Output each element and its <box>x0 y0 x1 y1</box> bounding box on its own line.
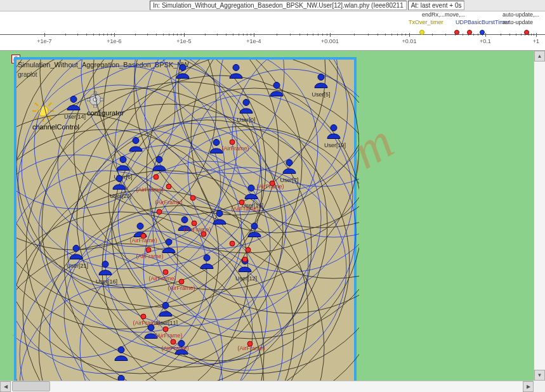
event-dot <box>171 339 176 345</box>
user-node[interactable] <box>197 254 216 272</box>
svg-point-84 <box>180 65 186 71</box>
event-dot <box>190 195 196 201</box>
configurator-module[interactable]: configurator <box>87 91 124 117</box>
user-node[interactable] <box>267 81 286 100</box>
minor-tick <box>521 34 522 36</box>
event-marker[interactable] <box>524 30 529 35</box>
airframe-label: (AirFrame) <box>130 237 157 244</box>
user-node[interactable] <box>150 155 169 174</box>
user-node[interactable]: User[19] <box>324 124 343 148</box>
airframe-label: (AirFrame) <box>257 183 284 190</box>
simulation-canvas[interactable]: 凸 Ns-3-Simulation.com Simulation_Without… <box>0 51 545 381</box>
node-label: User[19] <box>324 142 343 148</box>
minor-tick <box>135 34 136 36</box>
minor-tick <box>405 34 406 36</box>
airframe-label: (AirFrame) <box>155 332 183 339</box>
event-label: UDPBasicBurstTimer <box>456 19 509 25</box>
minor-tick <box>327 34 327 36</box>
svg-point-85 <box>233 65 239 71</box>
user-node[interactable]: User[16] <box>96 260 115 285</box>
svg-point-68 <box>16 190 294 381</box>
user-node[interactable] <box>126 136 145 155</box>
event-marker[interactable] <box>467 30 472 35</box>
minor-tick <box>277 34 277 36</box>
minor-tick <box>385 34 386 36</box>
minor-tick <box>173 34 174 36</box>
svg-point-83 <box>118 376 124 381</box>
svg-point-98 <box>118 347 124 353</box>
event-dot <box>239 200 245 206</box>
user-node[interactable]: User[14] <box>64 95 83 120</box>
user-node[interactable] <box>173 63 192 82</box>
event-label: auto-update,... <box>502 11 539 18</box>
event-dot <box>163 327 169 332</box>
minor-tick <box>77 34 78 36</box>
svg-point-77 <box>116 176 122 182</box>
svg-line-6 <box>48 116 51 119</box>
minor-tick <box>463 34 463 36</box>
scroll-left-button[interactable]: ◀ <box>0 381 11 392</box>
user-node[interactable] <box>210 209 229 228</box>
svg-point-87 <box>133 138 139 144</box>
minor-tick <box>290 34 291 36</box>
sun-icon <box>32 100 54 122</box>
minor-tick <box>473 34 474 36</box>
user-node[interactable]: User[0] <box>237 98 256 123</box>
airframe-label: (AirFrame) <box>238 345 265 351</box>
minor-tick <box>205 34 206 36</box>
tick-label: +1e-6 <box>107 38 121 44</box>
svg-point-0 <box>38 106 48 116</box>
svg-point-88 <box>213 140 220 146</box>
user-node[interactable] <box>112 346 131 364</box>
tick-label: +1 <box>533 38 539 44</box>
tick <box>44 33 45 37</box>
svg-line-8 <box>35 116 38 119</box>
event-marker[interactable] <box>419 30 424 35</box>
network-terrain[interactable]: Simulation_Without_Aggregation_Basedon_B… <box>14 57 357 381</box>
event-label: endRx,...move,... <box>422 11 465 18</box>
tick-label: +0.01 <box>402 38 417 44</box>
user-node[interactable] <box>245 222 264 240</box>
scrollbar-thumb[interactable] <box>12 381 50 391</box>
event-dot <box>141 314 147 320</box>
svg-point-86 <box>273 82 280 89</box>
airframe-label: (AirFrame) <box>162 345 189 351</box>
status-at: At: last event + 0s <box>408 1 465 10</box>
minor-tick <box>534 34 534 36</box>
minor-tick <box>318 34 318 36</box>
timeline-ruler[interactable]: +1e-7+1e-6+1e-5+1e-4+0.001+0.01+0.1+1 <box>0 29 545 51</box>
scroll-up-button[interactable]: ▲ <box>534 51 545 62</box>
svg-point-74 <box>331 125 337 131</box>
user-node[interactable]: User[24] <box>112 374 131 381</box>
vertical-scrollbar[interactable]: ▲ ▼ <box>534 51 545 381</box>
timeline-axis <box>0 34 545 35</box>
svg-point-20 <box>188 69 359 272</box>
user-node[interactable]: User[7] <box>280 159 299 183</box>
tick <box>536 33 537 37</box>
scroll-right-button[interactable]: ▶ <box>523 381 534 392</box>
node-label: User[23] <box>110 193 129 199</box>
event-marker[interactable] <box>480 30 485 35</box>
user-node[interactable]: User[21] <box>67 244 86 269</box>
scrollbar-track[interactable] <box>11 381 523 392</box>
user-node[interactable]: User[5] <box>312 73 331 98</box>
user-node[interactable]: User[23] <box>110 174 129 199</box>
svg-rect-14 <box>100 98 103 101</box>
svg-point-80 <box>102 261 108 268</box>
event-marker[interactable] <box>454 30 459 35</box>
event-label: TxOver_timer <box>409 19 443 25</box>
scroll-down-button[interactable]: ▼ <box>534 370 545 381</box>
svg-point-67 <box>64 120 350 381</box>
airframe-label: (AirFrame) <box>222 145 249 152</box>
status-bar: In: Simulation_Without_Aggregation_Based… <box>0 0 545 11</box>
horizontal-scrollbar[interactable]: ◀ ▶ <box>0 381 534 392</box>
svg-point-90 <box>181 217 188 223</box>
user-node[interactable] <box>227 63 246 82</box>
svg-point-95 <box>204 255 210 261</box>
graplot-label: graplot <box>18 71 37 78</box>
svg-rect-13 <box>87 98 90 101</box>
minor-tick <box>243 34 244 36</box>
scrollbar-track[interactable] <box>534 62 545 370</box>
event-dot <box>246 247 251 253</box>
svg-point-82 <box>162 303 169 309</box>
